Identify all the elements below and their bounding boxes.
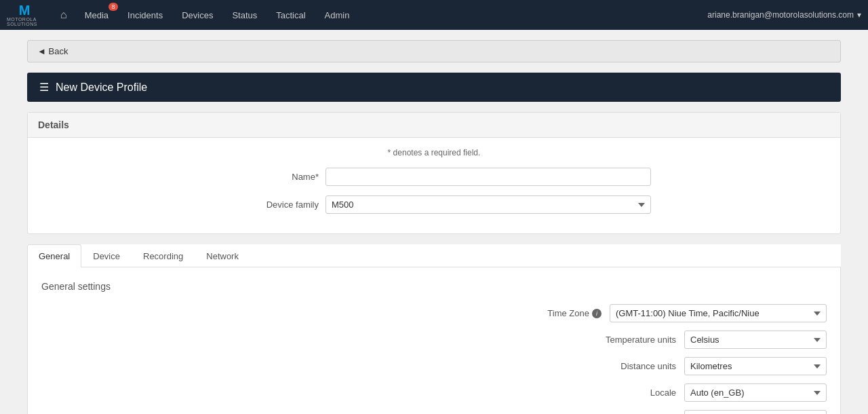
temperature-row: Temperature units Celsius Fahrenheit xyxy=(41,331,827,349)
name-field-group: Name* xyxy=(38,168,830,186)
home-nav-link[interactable]: ⌂ xyxy=(52,0,75,30)
timezone-label-text: Time Zone xyxy=(547,308,589,318)
user-dropdown-icon: ▾ xyxy=(857,10,861,20)
nav-link-devices[interactable]: Devices xyxy=(172,0,222,30)
device-family-group: Device family M500 M100 M200 M300 xyxy=(38,195,830,214)
motorola-logo: M MOTOROLA SOLUTIONS xyxy=(7,3,42,27)
tabs-bar: General Device Recording Network xyxy=(27,244,841,267)
tab-device[interactable]: Device xyxy=(81,244,132,267)
name-input[interactable] xyxy=(326,168,651,186)
distance-select[interactable]: Kilometres Miles xyxy=(684,357,827,375)
device-family-select[interactable]: M500 M100 M200 M300 xyxy=(326,195,651,214)
user-email: ariane.branigan@motorolasolutions.com xyxy=(707,10,854,20)
temperature-select[interactable]: Celsius Fahrenheit xyxy=(684,331,827,349)
locale-row: Locale Auto (en_GB) English (en_US) Fren… xyxy=(41,383,827,402)
timezone-label: Time Zone i xyxy=(466,308,601,318)
temperature-label: Temperature units xyxy=(540,335,676,345)
motorola-text: MOTOROLA SOLUTIONS xyxy=(7,17,42,26)
user-menu[interactable]: ariane.branigan@motorolasolutions.com ▾ xyxy=(704,10,861,20)
distance-row: Distance units Kilometres Miles xyxy=(41,357,827,375)
back-button[interactable]: ◄ Back xyxy=(27,40,841,62)
timezone-info-icon[interactable]: i xyxy=(592,309,601,318)
details-section: Details * denotes a required field. Name… xyxy=(27,112,841,234)
tab-network[interactable]: Network xyxy=(195,244,250,267)
notification-badge[interactable]: 8 xyxy=(108,3,118,11)
login-mode-select[interactable]: User interface Automatic login No login xyxy=(684,410,827,414)
page-title: New Device Profile xyxy=(56,81,147,94)
locale-label-text: Locale xyxy=(650,388,676,398)
nav-link-admin[interactable]: Admin xyxy=(315,0,359,30)
locale-select[interactable]: Auto (en_GB) English (en_US) French (fr_… xyxy=(684,383,827,402)
required-note: * denotes a required field. xyxy=(38,148,830,157)
page-header: ☰ New Device Profile xyxy=(27,73,841,102)
details-section-body: * denotes a required field. Name* Device… xyxy=(28,138,840,233)
tab-general[interactable]: General xyxy=(27,244,81,267)
motorola-m-icon: M xyxy=(19,3,31,17)
page-header-icon: ☰ xyxy=(39,81,49,94)
timezone-select[interactable]: (GMT-11:00) Niue Time, Pacific/Niue (GMT… xyxy=(610,304,827,322)
general-settings-form: Time Zone i (GMT-11:00) Niue Time, Pacif… xyxy=(41,304,827,414)
tab-content-general: General settings Time Zone i (GMT-11:00)… xyxy=(27,267,841,414)
navbar-logo: M MOTOROLA SOLUTIONS xyxy=(7,3,42,27)
distance-label-text: Distance units xyxy=(620,361,676,371)
nav-link-status[interactable]: Status xyxy=(222,0,267,30)
temperature-label-text: Temperature units xyxy=(606,335,676,345)
nav-link-incidents[interactable]: Incidents xyxy=(118,0,172,30)
name-label: Name* xyxy=(217,172,319,182)
login-mode-row: Login mode User interface Automatic logi… xyxy=(41,410,827,414)
timezone-row: Time Zone i (GMT-11:00) Niue Time, Pacif… xyxy=(41,304,827,322)
nav-link-tactical[interactable]: Tactical xyxy=(267,0,315,30)
distance-label: Distance units xyxy=(540,361,676,371)
tab-recording[interactable]: Recording xyxy=(132,244,195,267)
general-settings-title: General settings xyxy=(41,281,827,292)
details-section-header: Details xyxy=(28,113,840,138)
device-family-label: Device family xyxy=(217,200,319,210)
navbar: M MOTOROLA SOLUTIONS 8 ⌂ Media Incidents… xyxy=(0,0,868,30)
main-content: ◄ Back ☰ New Device Profile Details * de… xyxy=(0,30,868,414)
locale-label: Locale xyxy=(540,388,676,398)
